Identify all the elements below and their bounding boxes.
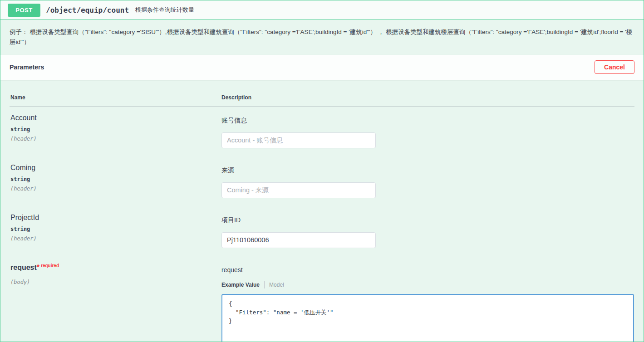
- column-header-description: Description: [221, 94, 634, 101]
- required-label: required: [39, 263, 59, 268]
- parameters-table: Name Description Account string (header)…: [0, 80, 644, 342]
- param-description-cell: 账号信息: [221, 114, 634, 156]
- param-description: 来源: [221, 166, 634, 175]
- tab-model[interactable]: Model: [269, 282, 284, 288]
- method-badge: POST: [8, 4, 40, 17]
- param-description-cell: 项目ID: [221, 214, 634, 256]
- table-row: ProjectId string (header) 项目ID: [10, 206, 634, 256]
- param-name-cell: Coming string (header): [10, 164, 221, 206]
- operation-description: 例子： 根据设备类型查询（"Filters": "category ='SISU…: [0, 20, 644, 55]
- param-location: (header): [10, 235, 221, 242]
- param-location: (header): [10, 136, 221, 142]
- operation-summary-bar[interactable]: POST /object/equip/count 根据条件查询统计数量: [0, 0, 644, 20]
- operation-path: /object/equip/count: [46, 6, 129, 15]
- param-type: string: [10, 126, 221, 132]
- param-description: 账号信息: [221, 117, 634, 125]
- account-input[interactable]: [221, 132, 376, 148]
- tab-divider: [264, 281, 265, 288]
- param-name: Account: [10, 114, 221, 122]
- param-name: request*required: [10, 264, 221, 272]
- param-description-cell: request Example Value Model { "Filters":…: [221, 264, 634, 342]
- param-type: string: [10, 226, 221, 232]
- param-name-cell: Account string (header): [10, 114, 221, 156]
- table-row: Coming string (header) 来源: [10, 156, 634, 206]
- parameters-title: Parameters: [10, 64, 44, 71]
- param-type: string: [10, 176, 221, 182]
- model-example-tabs: Example Value Model: [221, 281, 634, 288]
- param-location: (header): [10, 186, 221, 192]
- projectid-input[interactable]: [221, 232, 376, 248]
- operation-summary-text: 根据条件查询统计数量: [135, 6, 194, 14]
- table-row: request*required (body) request Example …: [10, 256, 634, 342]
- param-description-cell: 来源: [221, 164, 634, 206]
- param-name-cell: ProjectId string (header): [10, 214, 221, 256]
- opblock-post: POST /object/equip/count 根据条件查询统计数量 例子： …: [0, 0, 644, 342]
- table-row: Account string (header) 账号信息: [10, 107, 634, 156]
- param-location: (body): [10, 279, 221, 285]
- request-body-editor[interactable]: { "Filters": "name = '低压开关'" }: [221, 294, 634, 342]
- param-name-cell: request*required (body): [10, 264, 221, 342]
- tab-example-value[interactable]: Example Value: [221, 282, 260, 288]
- parameters-table-header: Name Description: [10, 87, 634, 107]
- cancel-button[interactable]: Cancel: [595, 60, 634, 74]
- param-description: 项目ID: [221, 216, 634, 225]
- column-header-name: Name: [10, 94, 221, 101]
- param-name: Coming: [10, 164, 221, 172]
- coming-input[interactable]: [221, 182, 376, 198]
- param-description: request: [221, 266, 634, 274]
- param-name: ProjectId: [10, 214, 221, 222]
- parameters-section-header: Parameters Cancel: [0, 55, 644, 80]
